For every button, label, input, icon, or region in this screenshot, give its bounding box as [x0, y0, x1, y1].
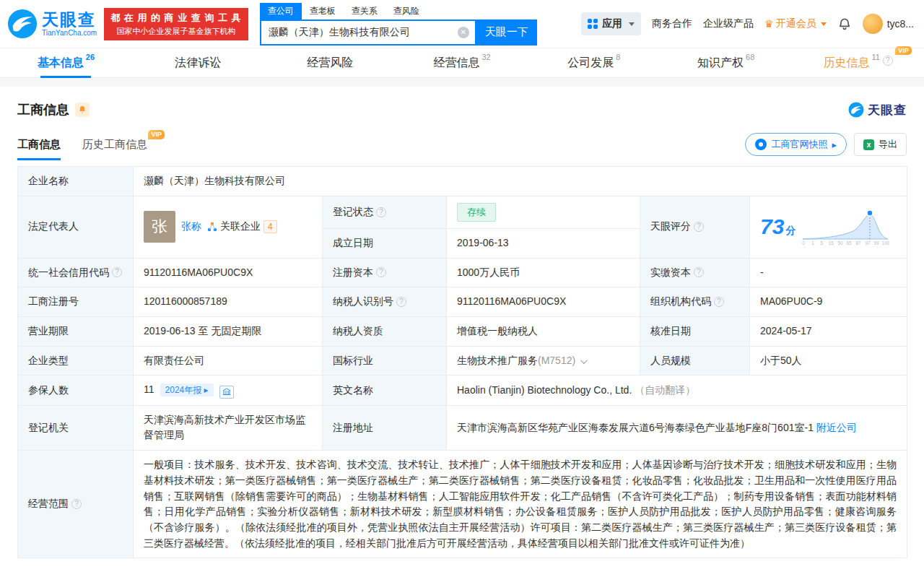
export-label: 导出 — [879, 138, 897, 151]
table-row: 经营范围? 一般项目：技术服务、技术开发、技术咨询、技术交流、技术转让、技术推广… — [18, 451, 907, 558]
related-companies[interactable]: 关联企业 4 — [207, 219, 277, 235]
credit-code-label: 统一社会信用代码? — [18, 258, 134, 287]
business-scope-value: 一般项目：技术服务、技术开发、技术咨询、技术交流、技术转让、技术推广；人体干细胞… — [134, 451, 907, 558]
company-name-value: 灏麟（天津）生物科技有限公司 — [134, 167, 907, 196]
slogan-line1: 都 在 用 的 商 业 查 询 工 具 — [110, 12, 242, 25]
table-row: 工商注册号 120116000857189 纳税人识别号? 91120116MA… — [18, 287, 907, 317]
subscribe-bell-icon[interactable] — [75, 103, 90, 117]
section-title: 工商信息 — [17, 101, 69, 118]
chevron-down-icon — [629, 22, 635, 26]
taxpayer-id-value: 91120116MA06PU0C9X — [447, 287, 640, 317]
industry-label: 国标行业 — [323, 346, 447, 376]
help-icon[interactable]: ? — [71, 499, 82, 509]
table-row: 营业期限 2019-06-13 至 无固定期限 纳税人资质 增值税一般纳税人 核… — [18, 316, 907, 346]
search-input-wrap: ✕ — [260, 19, 476, 45]
svg-text:50: 50 — [838, 240, 844, 246]
help-icon[interactable]: ? — [883, 56, 893, 66]
legal-rep-name-link[interactable]: 张称 — [181, 219, 201, 235]
status-badge: 存续 — [457, 203, 496, 222]
nav-open-membership[interactable]: ♛ 开通会员 — [764, 17, 827, 30]
tab-legal-litigation[interactable]: 法律诉讼 — [132, 48, 264, 77]
tab-label: 历史信息 — [823, 56, 869, 71]
search-tabs: 查公司 查老板 查关系 查风险 — [260, 3, 537, 19]
tab-operation-risk[interactable]: 经营风险 — [264, 48, 396, 77]
user-account[interactable]: tyc8... — [863, 14, 914, 34]
search-tab-relation[interactable]: 查关系 — [344, 3, 385, 19]
nav-business-cooperation[interactable]: 商务合作 — [652, 17, 692, 30]
staff-size-label: 人员规模 — [640, 346, 750, 376]
social-security-icon[interactable] — [219, 386, 234, 399]
help-icon[interactable]: ? — [694, 267, 704, 277]
table-row: 统一社会信用代码? 91120116MA06PU0C9X 注册资本? 1000万… — [18, 258, 907, 287]
org-code-label: 组织机构代码? — [640, 287, 750, 317]
legal-rep-avatar[interactable]: 张 — [144, 211, 175, 243]
company-search-input[interactable] — [261, 27, 475, 38]
table-row: 企业名称 灏麟（天津）生物科技有限公司 — [18, 167, 907, 196]
expand-chevron-icon[interactable] — [580, 357, 588, 364]
tab-intellectual-property[interactable]: 知识产权68 — [660, 48, 792, 77]
org-code-value: MA06PU0C-9 — [750, 287, 907, 317]
clear-search-icon[interactable]: ✕ — [458, 27, 469, 38]
membership-label: 开通会员 — [776, 17, 816, 30]
annual-report-badge[interactable]: 2024年报 ▸ — [160, 383, 214, 396]
search-tab-risk[interactable]: 查风险 — [385, 3, 427, 19]
search-button[interactable]: 天眼一下 — [476, 19, 537, 45]
official-snapshot-button[interactable]: 工商官网快照 ▸ — [745, 133, 847, 156]
export-button[interactable]: x 导出 — [854, 133, 907, 156]
tab-history-info[interactable]: VIP 历史信息 11 ? — [792, 48, 924, 77]
tab-count: 68 — [746, 53, 754, 61]
insured-label: 参保人数 — [18, 376, 134, 406]
score-curve-chart: 0 1 5 15 50 65 87 97 99 100 — [801, 207, 889, 246]
help-icon[interactable]: ? — [376, 207, 386, 217]
svg-text:5: 5 — [821, 240, 824, 246]
apps-label: 应用 — [602, 17, 622, 30]
help-icon[interactable]: ? — [694, 222, 704, 232]
tab-business-info[interactable]: 经营信息32 — [396, 48, 528, 77]
subtab-history-business-info[interactable]: VIP历史工商信息 — [82, 138, 147, 160]
reg-number-label: 工商注册号 — [18, 287, 134, 317]
table-row: 企业类型 有限责任公司 国标行业 生物技术推广服务(M7512) 人员规模 小于… — [18, 346, 907, 376]
business-term-label: 营业期限 — [18, 316, 134, 346]
paid-capital-label: 实缴资本? — [640, 258, 750, 287]
legal-rep-label: 法定代表人 — [18, 196, 134, 258]
reg-status-label: 登记状态? — [323, 196, 447, 228]
industry-code: (M7512) — [538, 355, 575, 366]
tianyancha-logo[interactable]: 天眼查 TianYanCha.com — [7, 9, 97, 39]
business-info-table: 企业名称 灏麟（天津）生物科技有限公司 法定代表人 张 张称 关联企业 4 — [17, 166, 907, 558]
help-icon[interactable]: ? — [714, 297, 724, 307]
reg-number-value: 120116000857189 — [134, 287, 323, 317]
tianyancha-logo-icon — [848, 102, 864, 118]
tab-count: 32 — [481, 53, 490, 61]
search-tab-company[interactable]: 查公司 — [260, 3, 302, 19]
tab-label: 法律诉讼 — [175, 56, 221, 71]
help-icon[interactable]: ? — [112, 267, 122, 277]
address-label: 注册地址 — [323, 405, 447, 450]
english-name-label: 英文名称 — [323, 376, 447, 406]
nearby-companies-link[interactable]: 附近公司 — [816, 422, 857, 433]
notification-bell-icon[interactable] — [837, 17, 852, 31]
reg-authority-label: 登记机关 — [18, 405, 134, 450]
svg-text:1: 1 — [812, 240, 815, 246]
nav-enterprise-products[interactable]: 企业级产品 — [703, 17, 754, 30]
logo-title: 天眼查 — [42, 11, 97, 29]
legal-rep-value: 张 张称 关联企业 4 — [134, 196, 323, 258]
svg-text:65: 65 — [847, 240, 853, 246]
table-row: 登记机关 天津滨海高新技术产业开发区市场监督管理局 注册地址 天津市滨海高新区华… — [18, 405, 907, 450]
score-unit: 分 — [785, 225, 796, 236]
company-name-label: 企业名称 — [18, 167, 134, 196]
vip-badge: VIP — [148, 130, 165, 139]
apps-menu-button[interactable]: 应用 — [581, 12, 641, 35]
svg-text:15: 15 — [829, 240, 834, 246]
subtab-business-info[interactable]: 工商信息 — [17, 138, 61, 160]
address-value: 天津市滨海高新区华苑产业区海泰发展六道6号海泰绿色产业基地F座8门601室-1 … — [447, 405, 907, 450]
user-avatar — [863, 14, 883, 34]
arrow-right-icon: ▸ — [832, 139, 837, 150]
search-tab-boss[interactable]: 查老板 — [302, 3, 344, 19]
slogan-line2: 国家中小企业发展子基金旗下机构 — [110, 26, 242, 37]
help-icon[interactable]: ? — [396, 297, 406, 307]
tab-basic-info[interactable]: 基本信息26 — [0, 48, 132, 77]
help-icon[interactable]: ? — [376, 267, 386, 277]
tab-company-development[interactable]: 公司发展8 — [528, 48, 660, 77]
english-name-value: Haolin (Tianjin) Biotechnology Co., Ltd.… — [447, 376, 907, 406]
auto-translate-note: （自动翻译） — [635, 384, 695, 396]
